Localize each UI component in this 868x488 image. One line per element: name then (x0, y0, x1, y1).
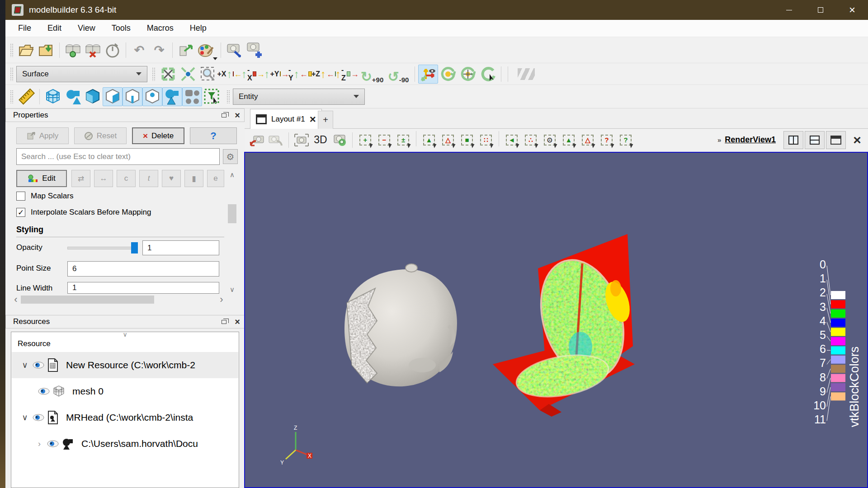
subtract-selection-button[interactable]: − (375, 131, 394, 149)
zoom-to-data-button[interactable] (178, 65, 198, 84)
select-vertices-toggle[interactable] (142, 87, 162, 106)
render-viewport[interactable]: Z X Y 01234567891011vtkBlockColors (244, 152, 868, 488)
map-scalars-checkbox[interactable]: ✓ (16, 192, 25, 201)
close-panel-button[interactable]: × (231, 110, 244, 121)
maximize-button[interactable] (805, 0, 836, 20)
menu-help[interactable]: Help (182, 21, 215, 36)
select-cells-on-button[interactable]: ▲ (420, 131, 439, 149)
tree-row-mrhead[interactable]: ∨ MRHead (C:\work\cmb-2\insta (12, 404, 238, 431)
choose-preset-button[interactable]: ♥ (162, 170, 181, 187)
close-tab-icon[interactable]: × (310, 113, 316, 126)
new-layout-tab-button[interactable]: + (318, 111, 333, 129)
block-colors-legend[interactable]: 01234567891011vtkBlockColors (803, 251, 867, 486)
visibility-eye-icon[interactable] (33, 361, 44, 369)
minimize-button[interactable] (773, 0, 805, 20)
expander-expanded-icon[interactable]: ∨ (20, 413, 30, 422)
load-palette-button[interactable] (176, 41, 196, 60)
toggle-orientation-axes-button[interactable] (418, 65, 438, 84)
rescale-to-custom-range-button[interactable]: c (117, 170, 136, 187)
entity-combobox[interactable]: Entity (233, 89, 365, 105)
help-button[interactable]: ? (190, 127, 237, 144)
show-color-legend-button[interactable]: ▮ (184, 170, 203, 187)
visibility-eye-icon[interactable] (47, 440, 59, 448)
undo-button[interactable]: ↶ (129, 41, 149, 60)
opacity-input[interactable] (142, 240, 219, 255)
rotate-90-cw-button[interactable]: ↻+90 (359, 65, 385, 84)
solid-representation-button[interactable] (83, 87, 103, 106)
adjust-camera-button[interactable] (224, 41, 244, 60)
menu-view[interactable]: View (70, 21, 104, 36)
hover-cells-button[interactable]: ? (616, 131, 635, 149)
interpolate-scalars-checkbox[interactable]: ✓ (16, 208, 25, 217)
split-horizontal-button[interactable] (805, 131, 825, 149)
close-view-button[interactable]: × (847, 131, 867, 149)
expander-collapsed-icon[interactable]: › (34, 439, 44, 449)
rotate-90-ccw-button[interactable]: ↺-90 (385, 65, 411, 84)
toolbar-grip[interactable] (226, 90, 230, 103)
scroll-right-arrow[interactable]: › (217, 294, 226, 305)
menu-tools[interactable]: Tools (104, 21, 139, 36)
redo-button[interactable]: ↷ (149, 41, 169, 60)
reset-button[interactable]: Reset (74, 127, 127, 144)
select-points-on-button[interactable]: △ (439, 131, 458, 149)
toolbar-overflow-icon[interactable]: » (717, 136, 721, 144)
toolbar-grip[interactable] (10, 67, 14, 81)
measure-ruler-button[interactable] (16, 87, 36, 106)
timer-button[interactable] (103, 41, 123, 60)
set-view-plus-z-button[interactable]: +Z↑← (312, 65, 335, 84)
tree-row-users-path[interactable]: › C:\Users\sam.horvath\Docu (12, 431, 238, 457)
split-vertical-button[interactable] (783, 131, 803, 149)
toolbar-grip[interactable] (152, 67, 156, 81)
select-blocks-toggle[interactable] (182, 87, 202, 106)
camera-redo-button[interactable] (266, 131, 285, 149)
open-file-button[interactable] (16, 41, 36, 60)
set-view-plus-x-button[interactable]: +X ↑← (218, 65, 241, 84)
zoom-closest-button[interactable] (330, 131, 349, 149)
edit-color-legend-button[interactable]: e (207, 170, 224, 187)
render-view-name[interactable]: RenderView1 (725, 135, 776, 145)
line-width-input[interactable] (67, 282, 219, 294)
camera-undo-button[interactable] (247, 131, 266, 149)
scroll-left-arrow[interactable]: ‹ (11, 294, 21, 305)
interactive-select-cells-button[interactable]: ▲ (559, 131, 578, 149)
select-edges-toggle[interactable] (123, 87, 142, 106)
search-options-button[interactable]: ⚙ (223, 149, 238, 164)
set-view-minus-x-button[interactable]: ↑-X→ (241, 65, 265, 84)
scroll-up-arrow[interactable]: ∧ (226, 170, 238, 180)
select-glyphs-toggle[interactable] (162, 87, 182, 106)
search-input[interactable] (16, 148, 220, 165)
apply-button[interactable]: Apply (16, 127, 69, 144)
toolbar-grip[interactable] (10, 43, 14, 57)
scroll-down-arrow[interactable]: ∨ (226, 285, 238, 295)
representation-combobox[interactable]: Surface (16, 66, 147, 82)
rescale-to-temporal-range-button[interactable]: t (139, 170, 158, 187)
menu-edit[interactable]: Edit (39, 21, 70, 36)
visibility-eye-icon[interactable] (38, 387, 50, 395)
properties-horizontal-scrollbar[interactable]: ‹ › (11, 295, 226, 305)
close-panel-button[interactable]: × (231, 316, 244, 327)
save-data-button[interactable] (36, 41, 56, 60)
expander-expanded-icon[interactable]: ∨ (20, 360, 30, 370)
maximize-view-button[interactable] (826, 131, 846, 149)
set-view-plus-y-button[interactable]: ↑+Y→ (265, 65, 288, 84)
disconnect-server-button[interactable] (83, 41, 103, 60)
select-points-polygon-button[interactable]: ∴ (521, 131, 540, 149)
interaction-mode-button[interactable]: 3D (311, 131, 330, 149)
reset-camera-button[interactable] (158, 65, 178, 84)
use-separate-colormap-button[interactable]: ⇄ (71, 170, 90, 187)
float-panel-button[interactable] (217, 110, 231, 121)
reset-rotation-center-button[interactable] (458, 65, 478, 84)
visibility-eye-icon[interactable] (33, 413, 44, 422)
mesh-representation-button[interactable] (43, 87, 63, 106)
pick-rotation-center-button[interactable] (478, 65, 498, 84)
set-view-minus-y-button[interactable]: -Y↑← (288, 65, 312, 84)
properties-vertical-scrollbar[interactable]: ∧ ∨ (226, 170, 238, 295)
interactive-select-points-button[interactable]: △ (578, 131, 597, 149)
toolbar-grip[interactable] (10, 90, 14, 103)
layout-tab[interactable]: Layout #1 × (250, 109, 322, 129)
set-view-minus-z-button[interactable]: ↑-Z→ (335, 65, 359, 84)
tree-row-mesh0[interactable]: mesh 0 (12, 378, 238, 404)
close-button[interactable]: × (836, 0, 868, 20)
tree-column-header[interactable]: Resource (18, 339, 51, 348)
opacity-slider-handle[interactable] (131, 242, 138, 253)
